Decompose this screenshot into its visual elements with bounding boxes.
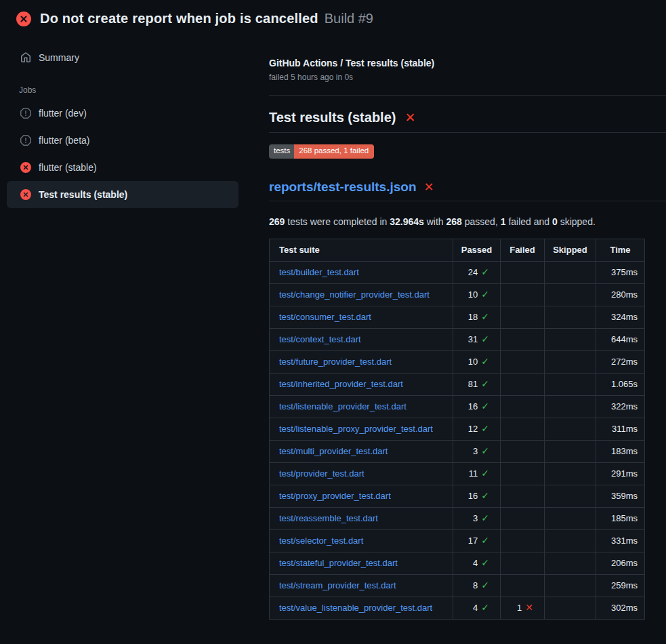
suite-link[interactable]: test/stateful_provider_test.dart	[279, 558, 398, 568]
skipped-cell	[545, 350, 596, 373]
skipped-cell	[545, 574, 596, 597]
suite-link[interactable]: test/provider_test.dart	[279, 468, 365, 479]
skipped-cell	[545, 440, 596, 462]
suite-cell: test/proxy_provider_test.dart	[270, 485, 453, 507]
passed-cell: 16✓	[453, 395, 501, 418]
failed-cell	[501, 418, 545, 440]
suite-link[interactable]: test/consumer_test.dart	[279, 312, 371, 322]
suite-link[interactable]: test/proxy_provider_test.dart	[279, 491, 391, 501]
skipped-cell	[545, 485, 596, 507]
suite-cell: test/future_provider_test.dart	[270, 350, 453, 373]
sidebar-summary-label: Summary	[39, 52, 79, 63]
passed-cell: 17✓	[453, 529, 501, 552]
check-run-breadcrumb: GitHub Actions / Test results (stable)	[269, 58, 666, 68]
sidebar: Summary Jobs flutter (dev)flutter (beta)…	[0, 33, 269, 208]
x-icon: ✕	[525, 602, 533, 613]
table-row: test/stateful_provider_test.dart4✓206ms	[270, 552, 645, 574]
summary-number: 32.964s	[390, 216, 424, 227]
failed-cell	[501, 485, 545, 507]
sidebar-item-summary[interactable]: Summary	[0, 44, 269, 71]
x-circle-fill-icon	[20, 162, 31, 173]
jobs-section-label: Jobs	[19, 85, 269, 95]
sidebar-item-flutter-beta[interactable]: flutter (beta)	[7, 127, 238, 154]
skipped-cell	[545, 395, 596, 418]
suite-link[interactable]: test/builder_test.dart	[279, 267, 359, 277]
sidebar-item-label: flutter (stable)	[39, 162, 97, 173]
failed-x-icon: ✕	[404, 111, 415, 124]
table-row: test/provider_test.dart11✓291ms	[270, 462, 645, 485]
failed-x-icon: ✕	[424, 181, 434, 193]
time-cell: 375ms	[596, 261, 645, 283]
passed-cell: 18✓	[453, 306, 501, 328]
suite-link[interactable]: test/selector_test.dart	[279, 536, 363, 546]
column-skipped: Skipped	[545, 239, 596, 261]
check-icon: ✓	[481, 445, 489, 456]
skipped-cell	[545, 529, 596, 552]
check-icon: ✓	[481, 356, 489, 367]
passed-cell: 4✓	[453, 597, 501, 619]
report-file-link[interactable]: reports/test-results.json	[269, 180, 417, 195]
time-cell: 280ms	[596, 283, 645, 306]
failed-cell	[501, 306, 545, 328]
suite-link[interactable]: test/future_provider_test.dart	[279, 357, 392, 367]
passed-count: 8	[473, 580, 478, 590]
suite-link[interactable]: test/listenable_proxy_provider_test.dart	[279, 424, 433, 434]
time-cell: 206ms	[596, 552, 645, 574]
time-cell: 331ms	[596, 529, 645, 552]
failed-cell	[501, 261, 545, 283]
badge-label: tests	[269, 144, 294, 159]
table-row: test/proxy_provider_test.dart16✓359ms	[270, 485, 645, 507]
home-icon	[20, 52, 31, 63]
failed-cell: 1✕	[501, 597, 545, 619]
check-icon: ✓	[481, 512, 489, 523]
passed-count: 10	[468, 289, 478, 300]
failed-cell	[501, 507, 545, 529]
passed-cell: 81✓	[453, 373, 501, 395]
suite-link[interactable]: test/change_notifier_provider_test.dart	[279, 289, 430, 300]
suite-link[interactable]: test/listenable_provider_test.dart	[279, 401, 407, 411]
suite-cell: test/change_notifier_provider_test.dart	[270, 283, 453, 306]
check-icon: ✓	[481, 401, 489, 411]
sidebar-item-test-results-stable[interactable]: Test results (stable)	[7, 181, 238, 208]
status-line: failed 5 hours ago in 0s	[269, 73, 666, 82]
suite-cell: test/provider_test.dart	[270, 462, 453, 485]
time-cell: 302ms	[596, 597, 645, 619]
table-row: test/stream_provider_test.dart8✓259ms	[270, 574, 645, 597]
badge-value: 268 passed, 1 failed	[294, 144, 374, 159]
table-row: test/multi_provider_test.dart3✓183ms	[270, 440, 645, 462]
skipped-cell	[545, 597, 596, 619]
table-row: test/listenable_provider_test.dart16✓322…	[270, 395, 645, 418]
failed-cell	[501, 395, 545, 418]
sidebar-item-flutter-dev[interactable]: flutter (dev)	[7, 100, 238, 127]
column-failed: Failed	[501, 239, 545, 261]
passed-count: 3	[473, 513, 478, 523]
sidebar-item-label: Test results (stable)	[39, 189, 127, 200]
suite-cell: test/stream_provider_test.dart	[270, 574, 453, 597]
summary-number: 0	[552, 216, 558, 227]
suite-cell: test/stateful_provider_test.dart	[270, 552, 453, 574]
suite-link[interactable]: test/inherited_provider_test.dart	[279, 379, 403, 389]
passed-count: 18	[468, 312, 478, 322]
suite-cell: test/value_listenable_provider_test.dart	[270, 597, 453, 619]
suite-link[interactable]: test/multi_provider_test.dart	[279, 446, 388, 456]
time-cell: 322ms	[596, 395, 645, 418]
passed-cell: 10✓	[453, 283, 501, 306]
failed-cell	[501, 373, 545, 395]
check-icon: ✓	[481, 311, 489, 322]
suite-link[interactable]: test/stream_provider_test.dart	[279, 580, 396, 590]
suite-link[interactable]: test/value_listenable_provider_test.dart	[279, 603, 432, 613]
failed-cell	[501, 574, 545, 597]
suite-link[interactable]: test/reassemble_test.dart	[279, 513, 378, 523]
time-cell: 324ms	[596, 306, 645, 328]
skipped-cell	[545, 462, 596, 485]
failed-cell	[501, 328, 545, 350]
passed-count: 24	[468, 267, 478, 277]
passed-count: 16	[468, 491, 478, 501]
passed-count: 16	[468, 401, 478, 411]
time-cell: 259ms	[596, 574, 645, 597]
sidebar-item-flutter-stable[interactable]: flutter (stable)	[7, 154, 238, 181]
failed-cell	[501, 462, 545, 485]
check-icon: ✓	[481, 557, 489, 568]
skipped-cell	[545, 283, 596, 306]
suite-link[interactable]: test/context_test.dart	[279, 334, 361, 344]
